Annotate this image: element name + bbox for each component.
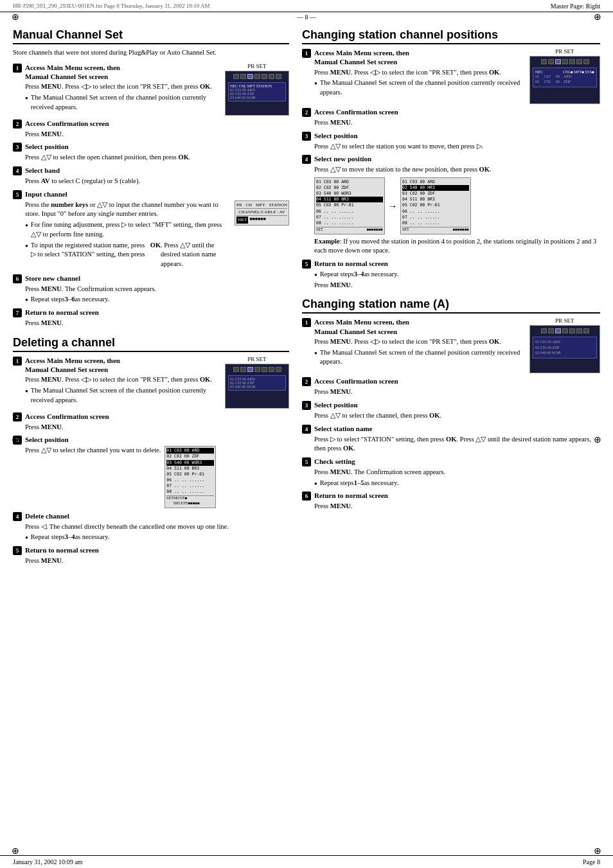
left-column: Manual Channel Set Store channels that w… — [13, 28, 289, 569]
del-step-num-2: 2 — [13, 412, 22, 421]
del-pr-set-label: PR SET — [225, 356, 289, 362]
cp-channel-tables: 01 C03 00 ARD 02 C02 00 ZDF 03 S40 00 WO… — [314, 177, 600, 235]
mcs-step-1: 1 Access Main Menu screen, thenManual Ch… — [13, 63, 289, 116]
cp-step-4: 4 Select new position Press △▽ to move t… — [302, 154, 600, 256]
manual-channel-set-title: Manual Channel Set — [13, 28, 289, 44]
cn-step4-body: Press ▷ to select "STATION" setting, the… — [314, 435, 600, 454]
mcs-step-num-3: 3 — [13, 143, 22, 152]
cn-step-num-4: 4 — [302, 425, 311, 434]
cp-channel-table-before: 01 C03 00 ARD 02 C02 00 ZDF 03 S40 00 WO… — [314, 177, 385, 235]
changing-positions-section: Changing station channel positions 1 Acc… — [302, 28, 600, 290]
mcs-step-num-4: 4 — [13, 166, 22, 175]
cp-channel-table-after: 01 C03 00 ARD 02 S40 00 HR3 03 C02 00 ZD… — [400, 177, 471, 235]
cn-step-title-6: Return to normal screen — [314, 491, 388, 500]
cn-step1-body: Press MENU. Press ◁▷ to select the icon … — [314, 337, 524, 347]
mcs-step-4: 4 Select band Press AV to select C (regu… — [13, 166, 289, 186]
cn-step6-body: Press MENU. — [314, 502, 600, 511]
del-step1-body: Press MENU. Press ◁▷ to select the icon … — [25, 375, 220, 385]
changing-name-section: Changing station name (A) 1 Access Main … — [302, 297, 600, 511]
cp-step-title-5: Return to normal screen — [314, 259, 388, 268]
cp-step-num-4: 4 — [302, 155, 311, 164]
mcs-step-3: 3 Select position Press △▽ to select the… — [13, 142, 289, 163]
del-step-title-1: Access Main Menu screen, thenManual Chan… — [25, 356, 120, 375]
cp-step-num-1: 1 — [302, 49, 311, 58]
mcs-step-title-7: Return to normal screen — [25, 308, 99, 317]
cn-step5-body: Press MENU. The Confirmation screen appe… — [314, 468, 600, 477]
mcs-step-num-7: 7 — [13, 308, 22, 317]
del-step-num-5: 5 — [13, 546, 22, 555]
mcs-step-5: 5 Input channel Press the number keys or… — [13, 190, 289, 270]
cn-step-1: 1 Access Main Menu screen, thenManual Ch… — [302, 317, 600, 373]
del-step-num-1: 1 — [13, 357, 22, 366]
del-pr-set-box: PR SET — [225, 356, 289, 409]
page-footer: January 31, 2002 10:09 am Page 8 — [0, 855, 613, 868]
del-step-title-2: Access Confirmation screen — [25, 412, 109, 421]
mcs-step4-body: Press AV to select C (regular) or S (cab… — [25, 177, 289, 186]
cp-step-num-5: 5 — [302, 260, 311, 269]
del-step-title-5: Return to normal screen — [25, 545, 99, 554]
del-step-3: 3 Select position Press △▽ to select the… — [13, 435, 289, 508]
footer-date: January 31, 2002 10:09 am — [13, 858, 83, 865]
cn-step3-body: Press △▽ to select the channel, then pre… — [314, 411, 600, 421]
cn-step-2: 2 Access Confirmation screen Press MENU. — [302, 376, 600, 397]
mcs-step-title-4: Select band — [25, 166, 60, 175]
cp-step5-body: Press MENU. — [314, 281, 600, 290]
cn-step5-repeat: Repeat steps 1 – 5 as necessary. — [314, 479, 600, 488]
cn-step-title-2: Access Confirmation screen — [314, 376, 398, 385]
mcs-step-title-6: Store new channel — [25, 274, 80, 283]
cp-step1-bullet: The Manual Channel Set screen of the cha… — [314, 78, 524, 97]
del-step-title-4: Delete channel — [25, 511, 69, 520]
master-page-label: Master Page: Right — [551, 3, 600, 10]
cp-step-title-1: Access Main Menu screen, thenManual Chan… — [314, 48, 409, 67]
cp-step-title-3: Select position — [314, 131, 358, 140]
mcs-step-title-5: Input channel — [25, 190, 67, 199]
cn-step-num-2: 2 — [302, 377, 311, 386]
pr-set-label-1: PR SET — [225, 63, 289, 69]
corner-mark-mr: ⊕ — [594, 434, 601, 445]
cn-step-num-6: 6 — [302, 492, 311, 500]
cn-step-title-3: Select position — [314, 400, 358, 409]
mcs-step-num-5: 5 — [13, 190, 22, 199]
mcs-step-num-2: 2 — [13, 120, 22, 128]
mcs-step5-body1: Press the number keys or △▽ to input the… — [25, 200, 231, 219]
mcs-step6-body: Press MENU. The Confirmation screen appe… — [25, 285, 289, 294]
cn-pr-set-image: 01 C03 00 ARD 02 C02 00 ZDF 03 S40 00 WO… — [529, 325, 600, 373]
cp-step2-body: Press MENU. — [314, 118, 600, 128]
cn-pr-set-box: PR SET — [529, 317, 600, 373]
mcs-step5-bullet1: For fine tuning adjustment, press ▷ to s… — [25, 220, 231, 239]
cp-step-5: 5 Return to normal screen Repeat steps 3… — [302, 259, 600, 290]
cp-step-title-4: Select new position — [314, 154, 371, 163]
cn-pr-set-label: PR SET — [529, 317, 600, 324]
page-number-top: — 8 — — [0, 12, 613, 22]
changing-positions-title: Changing station channel positions — [302, 28, 600, 44]
mcs-step-7: 7 Return to normal screen Press MENU. — [13, 308, 289, 328]
main-content: Manual Channel Set Store channels that w… — [0, 22, 613, 576]
cp-step4-body: Press △▽ to move the station to the new … — [314, 165, 600, 175]
mcs-step-title-2: Access Confirmation screen — [25, 119, 109, 128]
cp-step-title-2: Access Confirmation screen — [314, 107, 398, 116]
del-step2-body: Press MENU. — [25, 423, 289, 432]
manual-channel-set-intro: Store channels that were not stored duri… — [13, 48, 289, 58]
mcs-step2-body: Press MENU. — [25, 130, 289, 139]
page-header: HR-J590_593_290_293EU-001EN.fm Page 8 Th… — [0, 0, 613, 12]
deleting-channel-section: Deleting a channel 1 Access Main Menu sc… — [13, 336, 289, 566]
corner-mark-ml: ⊕ — [12, 434, 19, 445]
del-channel-table: 01 C03 00 ARD 02 C02 00 ZDF 03 S40 00 WO… — [164, 446, 216, 508]
pr-set-image-1: NEC CNL MFT STATION 01 C03 00 ARD 02 C02… — [225, 71, 289, 116]
cp-step1-body: Press MENU. Press ◁▷ to select the icon … — [314, 68, 524, 78]
del-pr-set-image: 01 C03 00 ARD 02 C02 00 ZDF 03 S40 00 WO… — [225, 364, 289, 409]
cp-step-3: 3 Select position Press △▽ to select the… — [302, 131, 600, 152]
mcs-step-num-1: 1 — [13, 64, 22, 73]
mcs-step7-body: Press MENU. — [25, 319, 289, 328]
cn-step-title-5: Check setting — [314, 457, 355, 466]
mcs-step6-repeat: Repeat steps 3 – 6 as necessary. — [25, 295, 289, 305]
mcs-step1-body: Press MENU. Press ◁▷ to select the icon … — [25, 82, 220, 92]
del-step5-body: Press MENU. — [25, 556, 289, 566]
mcs-step-6: 6 Store new channel Press MENU. The Conf… — [13, 274, 289, 305]
mcs-step1-bullet: The Manual Channel Set screen of the cha… — [25, 93, 220, 112]
arrow-right-icon: → — [388, 200, 397, 213]
footer-page: Page 8 — [583, 858, 600, 865]
cp-step-num-3: 3 — [302, 132, 311, 141]
pr-set-box-1: PR SET — [225, 63, 289, 116]
mcs-step5-bullet2: To input the registered station name, pr… — [25, 241, 231, 269]
